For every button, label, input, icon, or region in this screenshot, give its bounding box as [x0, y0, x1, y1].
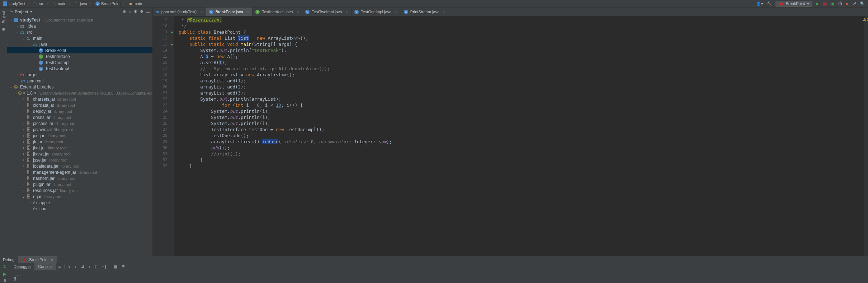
- tree-jar[interactable]: ›🗄management-agent.jarlibrary root: [7, 169, 152, 175]
- debug-config-tab[interactable]: 🐞 BreakPoint ×: [18, 256, 56, 263]
- debugger-tab[interactable]: Debugger: [10, 263, 34, 270]
- tree-jar[interactable]: ›🗄resources.jarlibrary root: [7, 187, 152, 193]
- tree-class-breakpoint[interactable]: C BreakPoint: [7, 47, 152, 53]
- gutter-line[interactable]: 25: [153, 114, 174, 120]
- run-to-cursor-icon[interactable]: →|: [99, 263, 108, 270]
- gutter-line[interactable]: 19: [153, 78, 174, 84]
- tree-src[interactable]: ⌄🗀 src: [7, 29, 152, 35]
- gutter-line[interactable]: 9: [153, 17, 174, 23]
- drop-frame-icon[interactable]: ⤴: [93, 263, 99, 270]
- tree-jdk[interactable]: ⌄⛁ < 1.8 > /Library/Java/JavaVirtualMach…: [7, 90, 152, 96]
- search-icon[interactable]: 🔍: [860, 1, 865, 6]
- tree-external-libs[interactable]: ⌄⛁ External Libraries: [7, 84, 152, 90]
- gutter-line[interactable]: 22: [153, 96, 174, 102]
- tree-root[interactable]: ⌄ studyTest ~/Documents/learn/studyTest: [7, 17, 152, 23]
- tree-target[interactable]: ›🗀 target: [7, 72, 152, 78]
- editor-tab[interactable]: CTestTwoImpl.java×: [302, 8, 352, 16]
- gutter-line[interactable]: 15: [153, 53, 174, 59]
- close-icon[interactable]: ×: [297, 9, 299, 14]
- crumb-1[interactable]: src: [39, 1, 44, 6]
- editor-tab[interactable]: CTestOneImpl.java×: [352, 8, 401, 16]
- evaluate-icon[interactable]: ▦: [112, 263, 119, 270]
- project-tool-button[interactable]: Project: [1, 10, 6, 25]
- tree-jar[interactable]: ›🗄dnsns.jarlibrary root: [7, 114, 152, 120]
- editor-tab[interactable]: CPrintStream.java×: [401, 8, 449, 16]
- gutter-line[interactable]: 16: [153, 59, 174, 66]
- editor-body[interactable]: 91011▶1213▶14151617181920212223242526272…: [153, 16, 868, 256]
- resume-icon[interactable]: ▶: [3, 272, 6, 277]
- gutter-line[interactable]: 10: [153, 23, 174, 29]
- pause-icon[interactable]: ⏸: [3, 278, 7, 283]
- coverage-icon[interactable]: ◉: [831, 1, 835, 6]
- gutter[interactable]: 91011▶1213▶14151617181920212223242526272…: [153, 16, 174, 256]
- editor-tab[interactable]: ITestInterface.java×: [253, 8, 302, 16]
- hammer-icon[interactable]: 🔨: [767, 1, 772, 6]
- step-into-icon[interactable]: ↓: [72, 263, 79, 270]
- gutter-line[interactable]: 29: [153, 139, 174, 145]
- tree-jar[interactable]: ⌄🗄rt.jarlibrary root: [7, 193, 152, 200]
- close-icon[interactable]: ×: [200, 9, 203, 14]
- force-step-into-icon[interactable]: ⇊: [79, 263, 86, 270]
- gear-icon[interactable]: ⚙: [140, 9, 143, 14]
- tree-jar[interactable]: ›🗄localedata.jarlibrary root: [7, 163, 152, 169]
- console-tab[interactable]: Console: [34, 263, 56, 270]
- breadcrumbs[interactable]: studyTest 〉 🗀 src 〉 🗀 main 〉 🗀 java 〉 C …: [3, 1, 142, 6]
- tree-jar[interactable]: ›🗄cldrdata.jarlibrary root: [7, 102, 152, 108]
- close-icon[interactable]: ×: [395, 9, 398, 14]
- expand-icon[interactable]: ≡: [129, 10, 131, 14]
- trace-icon[interactable]: ≣: [119, 263, 127, 270]
- gutter-line[interactable]: 23: [153, 102, 174, 108]
- editor-tab[interactable]: mpom.xml (studyTest)×: [153, 8, 206, 16]
- project-tree[interactable]: ⌄ studyTest ~/Documents/learn/studyTest …: [7, 16, 152, 256]
- tree-class-testtwoimpl[interactable]: C TestTwoImpl: [7, 66, 152, 72]
- tree-jar[interactable]: ›🗄deploy.jarlibrary root: [7, 108, 152, 114]
- user-icon[interactable]: 👤▾: [756, 1, 763, 6]
- tree-pom[interactable]: m pom.xml: [7, 78, 152, 84]
- gutter-line[interactable]: 21: [153, 90, 174, 96]
- tree-jar[interactable]: ›🗄jfxswt.jarlibrary root: [7, 151, 152, 157]
- gutter-line[interactable]: 32: [153, 157, 174, 163]
- gutter-line[interactable]: 33: [153, 163, 174, 169]
- chevron-down-icon[interactable]: ▾: [30, 9, 32, 14]
- tree-rt-com[interactable]: ›🗀 com: [7, 206, 152, 212]
- gutter-line[interactable]: 17: [153, 66, 174, 72]
- gutter-line[interactable]: 28: [153, 133, 174, 139]
- tree-rt-apple[interactable]: ›🗀 apple: [7, 200, 152, 206]
- tree-jar[interactable]: ›🗄nashorn.jarlibrary root: [7, 175, 152, 181]
- gutter-line[interactable]: 13▶: [153, 41, 174, 47]
- tree-java[interactable]: ⌄🗀 java: [7, 41, 152, 47]
- step-over-icon[interactable]: ⤵: [66, 263, 72, 270]
- gutter-line[interactable]: 31: [153, 151, 174, 157]
- run-icon[interactable]: ▶: [816, 1, 819, 6]
- tree-jar[interactable]: ›🗄jfxrt.jarlibrary root: [7, 145, 152, 151]
- stop-icon[interactable]: ■: [846, 1, 848, 6]
- warning-indicator[interactable]: ⚠ 1: [864, 18, 868, 21]
- tree-idea[interactable]: ›🗀 .idea: [7, 23, 152, 29]
- tree-jar[interactable]: ›🗄plugin.jarlibrary root: [7, 181, 152, 187]
- structure-tool-button[interactable]: ■: [2, 27, 5, 32]
- gutter-line[interactable]: 30: [153, 145, 174, 151]
- tree-jar[interactable]: ›🗄javaws.jarlibrary root: [7, 126, 152, 133]
- rerun-icon[interactable]: ↻: [3, 264, 6, 269]
- run-gutter-icon[interactable]: ▶: [171, 30, 173, 34]
- gutter-line[interactable]: 12: [153, 35, 174, 41]
- tree-jar[interactable]: ›🗄jfr.jarlibrary root: [7, 139, 152, 145]
- crumb-2[interactable]: main: [58, 1, 66, 6]
- tree-jar[interactable]: ›🗄jaccess.jarlibrary root: [7, 120, 152, 126]
- hide-icon[interactable]: —: [146, 10, 150, 14]
- debug-icon[interactable]: 🐞: [822, 1, 827, 6]
- gutter-line[interactable]: 26: [153, 120, 174, 126]
- crumb-5[interactable]: main: [133, 1, 142, 6]
- gutter-line[interactable]: 27: [153, 126, 174, 133]
- close-icon[interactable]: ×: [247, 9, 250, 14]
- close-icon[interactable]: ×: [443, 9, 446, 14]
- crumb-4[interactable]: BreakPoint: [101, 1, 121, 6]
- gutter-line[interactable]: 24: [153, 108, 174, 114]
- gutter-line[interactable]: 20: [153, 84, 174, 90]
- tree-class-testinterface[interactable]: I TestInterface: [7, 53, 152, 59]
- tree-class-testoneimpl[interactable]: C TestOneImpl: [7, 59, 152, 66]
- run-config-dropdown[interactable]: 🐞 BreakPoint ▾: [775, 1, 813, 7]
- select-opened-icon[interactable]: ⊕: [123, 9, 126, 14]
- close-icon[interactable]: ×: [346, 9, 349, 14]
- editor-tab[interactable]: CBreakPoint.java×: [206, 8, 253, 16]
